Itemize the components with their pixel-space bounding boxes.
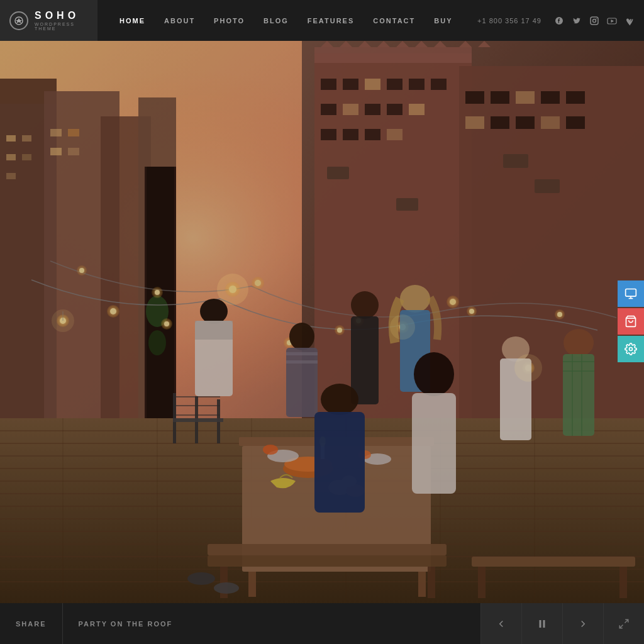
svg-line-189 [625, 619, 628, 623]
nav-photo[interactable]: PHOTO [204, 0, 254, 41]
svg-point-186 [630, 348, 633, 351]
youtube-icon[interactable] [607, 16, 617, 26]
svg-point-181 [52, 309, 74, 332]
prev-button[interactable] [480, 603, 521, 644]
svg-rect-2 [591, 17, 598, 25]
facebook-icon[interactable] [554, 16, 564, 26]
navbar: SOHO WORDPRESS THEME HOME ABOUT PHOTO BL… [0, 0, 644, 41]
logo-name: SOHO [35, 11, 88, 21]
instagram-icon[interactable] [589, 16, 599, 26]
svg-rect-188 [543, 620, 545, 628]
logo-area: SOHO WORDPRESS THEME [0, 0, 97, 41]
settings-btn[interactable] [618, 336, 644, 362]
nav-blog[interactable]: BLOG [254, 0, 298, 41]
bottom-controls [480, 603, 644, 644]
nav-right: +1 800 356 17 49 [477, 16, 644, 26]
nav-features[interactable]: FEATURES [298, 0, 364, 41]
share-label: SHARE [16, 620, 47, 628]
nav-about[interactable]: ABOUT [155, 0, 204, 41]
nav-links: HOME ABOUT PHOTO BLOG FEATURES CONTACT B… [110, 0, 477, 41]
twitter-icon[interactable] [572, 16, 582, 26]
fullscreen-button[interactable] [603, 603, 644, 644]
svg-point-178 [217, 274, 248, 305]
pause-button[interactable] [521, 603, 562, 644]
svg-point-3 [593, 19, 596, 22]
social-icons [554, 16, 635, 26]
photo-title: PARTY ON THE ROOF [63, 620, 173, 628]
logo-subtitle: WORDPRESS THEME [35, 22, 88, 31]
nav-contact[interactable]: CONTACT [364, 0, 425, 41]
svg-point-180 [514, 354, 542, 382]
phone-number: +1 800 356 17 49 [477, 17, 541, 25]
vimeo-icon[interactable] [625, 16, 635, 26]
svg-marker-1 [16, 18, 22, 23]
monitor-btn[interactable] [618, 280, 644, 307]
next-button[interactable] [562, 603, 603, 644]
logo-text-block: SOHO WORDPRESS THEME [35, 11, 88, 31]
hero-area [0, 41, 644, 603]
svg-line-190 [619, 625, 623, 628]
cart-btn[interactable] [618, 308, 644, 335]
nav-home[interactable]: HOME [110, 0, 155, 41]
svg-rect-182 [626, 289, 636, 297]
logo-icon [9, 11, 28, 30]
svg-point-179 [390, 314, 415, 340]
svg-rect-187 [540, 620, 541, 628]
share-button[interactable]: SHARE [0, 603, 63, 644]
bottom-bar: SHARE PARTY ON THE ROOF [0, 603, 644, 644]
nav-buy[interactable]: BUY [425, 0, 462, 41]
svg-rect-177 [0, 41, 644, 603]
svg-marker-6 [611, 19, 614, 23]
svg-point-4 [596, 18, 597, 19]
side-panel [618, 280, 644, 364]
